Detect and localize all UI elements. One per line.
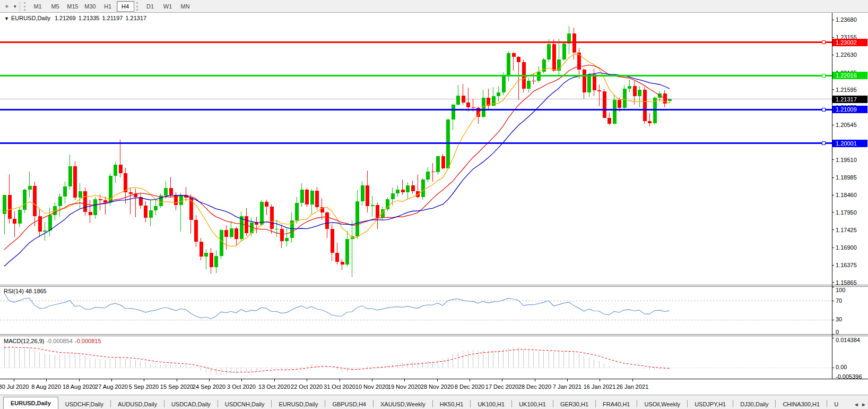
macd-name: MACD(12,26,9) [4, 338, 44, 344]
tab-USDCAD-Daily[interactable]: USDCAD,Daily [164, 399, 218, 409]
tab-GER30-H1[interactable]: GER30,H1 [553, 399, 595, 409]
toolbar-grip[interactable] [24, 2, 27, 11]
candle-down [315, 191, 319, 208]
timeframe-button-M1[interactable]: M1 [29, 1, 47, 12]
symbol-dropdown-icon[interactable]: ▼ [4, 16, 9, 21]
candle-down [593, 74, 596, 90]
price-tick-label: 1.15865 [836, 279, 857, 286]
tab-scroll-left-icon[interactable]: ◄ [853, 402, 860, 407]
price-tick-label: 1.16375 [836, 262, 857, 268]
tab-AUDUSD-Daily[interactable]: AUDUSD,Daily [111, 399, 164, 409]
line-handle[interactable] [822, 74, 825, 77]
timeframe-button-M30[interactable]: M30 [82, 1, 99, 12]
timeframe-button-M5[interactable]: M5 [47, 1, 64, 12]
price-tick-label: 1.18985 [836, 174, 857, 181]
candle-down [305, 190, 309, 204]
price-tag-label: 1.20001 [836, 140, 857, 147]
date-label: 5 Sep 2020 [129, 384, 159, 390]
candle-up [23, 190, 27, 209]
candle-up [204, 253, 208, 257]
tab-HK50-H1[interactable]: HK50,H1 [433, 399, 471, 409]
candle-up [396, 190, 400, 193]
candle-down [280, 229, 284, 241]
tab-FRA40-H1[interactable]: FRA40,H1 [596, 399, 637, 409]
tab-U[interactable]: U [827, 399, 845, 409]
candle-down [607, 118, 611, 124]
tab-USOil-Weekly[interactable]: USOil,Weekly [637, 399, 687, 409]
candle-up [300, 190, 304, 203]
candle-down [99, 199, 102, 201]
line-handle[interactable] [822, 142, 825, 145]
tab-GBPUSD-H4[interactable]: GBPUSD,H4 [325, 399, 373, 409]
candles-layer [3, 26, 672, 277]
ohlc-close: 1.21317 [125, 15, 146, 21]
macd-tick-label: 0.00 [836, 364, 847, 370]
candle-down [83, 191, 87, 212]
line-handle[interactable] [822, 108, 825, 111]
candle-down [583, 70, 586, 93]
chart-tab-bar: EURUSD,DailyUSDCHF,DailyAUDUSD,DailyUSDC… [0, 395, 868, 409]
price-tag-label: 1.21009 [836, 106, 857, 113]
candle-down [431, 172, 435, 172]
candle-up [406, 185, 410, 192]
date-label: 15 Sep 2020 [160, 384, 193, 390]
candle-down [89, 212, 92, 215]
line-handle[interactable] [822, 41, 825, 44]
tab-USDCHF-Daily[interactable]: USDCHF,Daily [58, 399, 110, 409]
candle-down [366, 185, 369, 206]
date-label: 16 Jan 2021 [584, 384, 616, 390]
candle-up [114, 165, 117, 176]
ohlc-open: 1.21269 [55, 15, 76, 21]
candle-up [436, 156, 440, 172]
candle-down [224, 230, 228, 237]
tab-UK100-H1[interactable]: UK100,H1 [471, 399, 511, 409]
candle-down [194, 220, 198, 242]
tab-USDCNH-Daily[interactable]: USDCNH,Daily [218, 399, 272, 409]
tab-XAUUSD-Weekly[interactable]: XAUUSD,Weekly [374, 399, 432, 409]
candle-down [38, 216, 42, 232]
dropdown-caret-icon[interactable]: ▾ [14, 4, 16, 9]
timeframe-button-D1[interactable]: D1 [142, 1, 159, 12]
price-tick-label: 1.20545 [836, 122, 857, 128]
candle-up [58, 197, 62, 206]
candle-up [310, 191, 314, 205]
tab-CHINA300-H1[interactable]: CHINA300,H1 [776, 399, 827, 409]
candle-down [245, 216, 248, 233]
candlestick-chart[interactable]: 1.236801.231551.226301.221051.215951.210… [0, 12, 868, 395]
price-tag-label: 1.22016 [836, 72, 857, 79]
candle-up [48, 215, 52, 231]
tab-USDJPY-H1[interactable]: USDJPY,H1 [688, 399, 733, 409]
price-tick-label: 1.19510 [836, 157, 857, 163]
price-tick-label: 1.16900 [836, 244, 857, 251]
tab-EURUSD-Daily[interactable]: EURUSD,Daily [272, 399, 325, 409]
timeframe-button-H4[interactable]: H4 [117, 1, 134, 12]
candle-down [255, 223, 258, 225]
macd-signal-value: -0.000815 [75, 338, 101, 344]
price-tick-label: 1.17950 [836, 209, 857, 216]
timeframe-button-W1[interactable]: W1 [159, 1, 177, 12]
candle-down [466, 103, 470, 107]
candle-up [109, 176, 112, 202]
candle-up [230, 228, 233, 237]
candle-down [532, 81, 536, 81]
rsi-tick-label: 30 [836, 316, 842, 322]
candle-up [547, 44, 551, 60]
ma-mid-line [4, 65, 670, 250]
candle-down [325, 212, 329, 228]
tab-UK100-H1[interactable]: UK100,H1 [512, 399, 553, 409]
chart-title: ▼EURUSD,Daily1.212691.213351.211971.2131… [4, 15, 149, 21]
chart-tool-icon[interactable]: ⌖ [2, 2, 12, 11]
candle-up [214, 256, 218, 268]
rsi-tick-label: 100 [836, 287, 845, 293]
candle-up [623, 89, 627, 108]
timeframe-button-M15[interactable]: M15 [64, 1, 82, 12]
candle-up [355, 201, 359, 236]
toolbar-grip[interactable] [136, 2, 140, 11]
trading-platform-window: ⌖ ▾ M1M5M15M30H1H4D1W1MN 1.236801.231551… [0, 0, 868, 409]
date-label: 17 Dec 2020 [485, 384, 518, 390]
tab-DJ30-Daily[interactable]: DJ30,Daily [733, 399, 775, 409]
timeframe-button-H1[interactable]: H1 [99, 1, 117, 12]
tab-scroll-right-icon[interactable]: ► [860, 402, 867, 407]
timeframe-button-MN[interactable]: MN [177, 1, 194, 12]
tab-EURUSD-Daily[interactable]: EURUSD,Daily [3, 397, 58, 409]
